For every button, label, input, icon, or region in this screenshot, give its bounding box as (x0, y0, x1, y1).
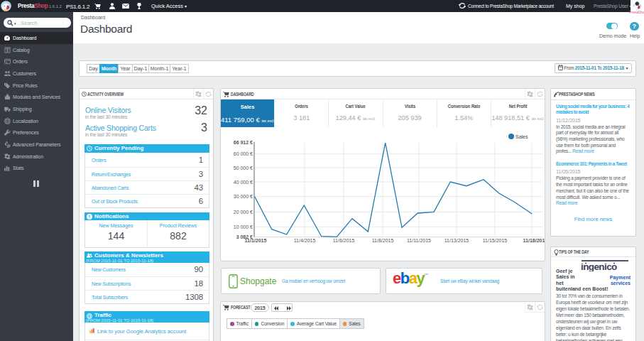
svg-text:11/8/2015: 11/8/2015 (372, 238, 394, 243)
svg-text:Sales: Sales (515, 134, 528, 139)
svg-text:11/11/2015: 11/11/2015 (407, 238, 431, 243)
svg-text:11/4/2015: 11/4/2015 (294, 238, 316, 243)
svg-text:20 000 €: 20 000 € (234, 210, 253, 215)
svg-text:11/13/2015: 11/13/2015 (444, 238, 469, 243)
svg-text:11/1/2015: 11/1/2015 (245, 238, 267, 243)
svg-text:10 000 €: 10 000 € (234, 224, 253, 229)
svg-text:30 000 €: 30 000 € (234, 194, 253, 199)
svg-text:40 000 €: 40 000 € (234, 180, 253, 185)
svg-text:11/18/201: 11/18/201 (523, 238, 545, 243)
svg-text:11/6/2015: 11/6/2015 (333, 238, 355, 243)
svg-text:66 912 €: 66 912 € (234, 140, 253, 145)
svg-text:50 000 €: 50 000 € (234, 166, 253, 170)
svg-text:ingenico: ingenico (581, 261, 617, 271)
svg-text:60 000 €: 60 000 € (234, 151, 253, 156)
svg-text:11/15/2015: 11/15/2015 (483, 238, 508, 243)
